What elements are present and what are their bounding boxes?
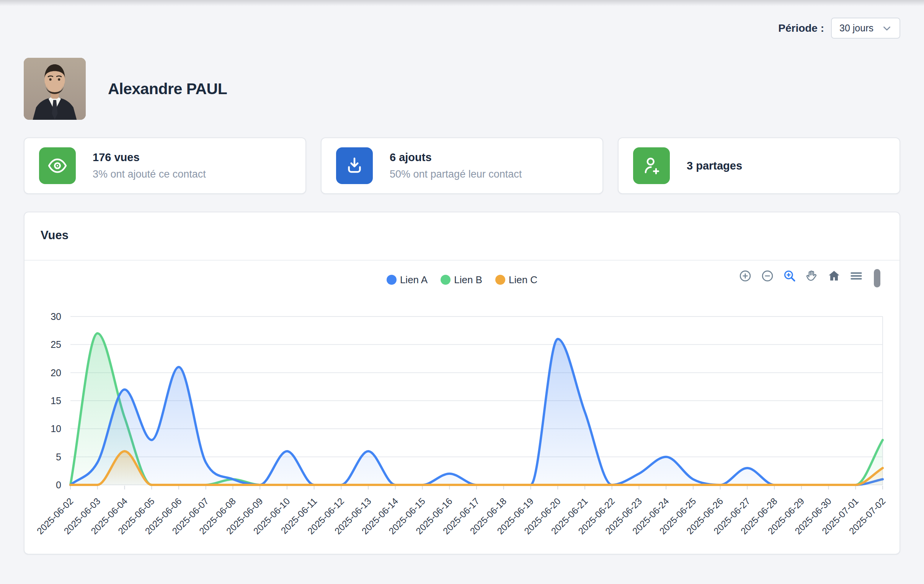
period-label: Période : <box>778 22 824 35</box>
eye-icon <box>39 147 76 184</box>
legend-dot <box>495 275 505 285</box>
legend-label: Lien B <box>454 274 482 286</box>
y-axis-label: 15 <box>51 395 61 406</box>
user-plus-icon <box>633 147 670 184</box>
stat-card-views: 176 vues 3% ont ajouté ce contact <box>24 137 306 194</box>
chart-toolbar <box>738 269 880 287</box>
chart-header: Vues <box>25 213 899 261</box>
chart-topbar: Lien ALien BLien C <box>25 261 899 299</box>
stat-adds-subtitle: 50% ont partagé leur contact <box>389 168 522 180</box>
legend-item-lien-b[interactable]: Lien B <box>441 274 482 286</box>
pan-icon[interactable] <box>805 269 819 283</box>
page: Période : 30 jours <box>0 0 924 554</box>
chart-legend: Lien ALien BLien C <box>386 274 538 286</box>
legend-label: Lien C <box>509 274 538 286</box>
y-axis-label: 5 <box>56 452 61 462</box>
legend-item-lien-a[interactable]: Lien A <box>386 274 427 286</box>
legend-dot <box>386 275 396 285</box>
zoom-out-button[interactable] <box>761 269 774 283</box>
profile-name: Alexandre PAUL <box>108 80 227 98</box>
stats-row: 176 vues 3% ont ajouté ce contact 6 ajou… <box>24 137 900 194</box>
stat-card-adds: 6 ajouts 50% ont partagé leur contact <box>321 137 603 194</box>
chart-title: Vues <box>41 228 69 242</box>
chart-body: Lien ALien BLien C <box>25 261 899 554</box>
menu-icon[interactable] <box>849 269 863 283</box>
period-row: Période : 30 jours <box>24 0 900 39</box>
home-icon[interactable] <box>827 269 841 283</box>
chevron-down-icon <box>882 23 892 33</box>
stat-views-title: 176 vues <box>92 151 206 164</box>
legend-label: Lien A <box>400 274 427 286</box>
y-axis-label: 25 <box>51 339 61 350</box>
stat-adds-title: 6 ajouts <box>389 151 522 164</box>
legend-dot <box>441 275 450 285</box>
views-area-chart[interactable]: 0510152025302025-06-022025-06-032025-06-… <box>25 299 899 547</box>
zoom-in-button[interactable] <box>738 269 752 283</box>
y-axis-label: 10 <box>51 423 61 434</box>
y-axis-label: 0 <box>56 480 61 490</box>
y-axis-label: 20 <box>51 367 61 378</box>
period-select[interactable]: 30 jours <box>831 18 900 39</box>
profile-row: Alexandre PAUL <box>24 58 900 120</box>
profile-photo <box>24 58 86 120</box>
legend-item-lien-c[interactable]: Lien C <box>495 274 538 286</box>
period-value: 30 jours <box>840 23 873 34</box>
views-chart-card: Vues Lien ALien BLien C <box>24 212 900 554</box>
download-icon <box>336 147 373 184</box>
stat-shares-title: 3 partages <box>687 160 742 172</box>
stat-views-subtitle: 3% ont ajouté ce contact <box>92 168 206 180</box>
y-axis-label: 30 <box>51 311 61 322</box>
scrollbar-thumb[interactable] <box>874 269 880 287</box>
stat-card-shares: 3 partages <box>618 137 900 194</box>
selection-zoom-button[interactable] <box>783 269 797 283</box>
